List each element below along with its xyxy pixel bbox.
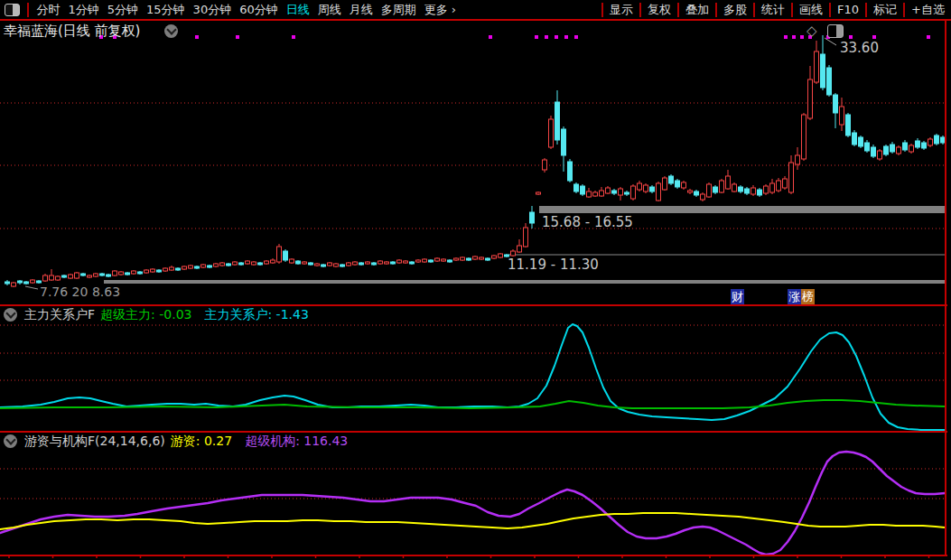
upper-range-label: 15.68 - 16.55: [542, 214, 633, 230]
menu-separator: [27, 3, 29, 17]
chart-canvas: [0, 0, 951, 560]
menu-item-15min[interactable]: 15分钟: [146, 2, 185, 18]
top-menubar: 分时 1分钟 5分钟 15分钟 30分钟 60分钟 日线 周线 月线 多周期 更…: [0, 0, 951, 21]
panel3-stat-hot-money: 游资: 0.27: [171, 434, 232, 450]
menu-item-add-watchlist[interactable]: +自选: [911, 2, 945, 18]
app-window: 分时 1分钟 5分钟 15分钟 30分钟 60分钟 日线 周线 月线 多周期 更…: [0, 0, 951, 560]
panel3-stat-super-institution: 超级机构: 116.43: [245, 434, 348, 450]
menu-item-f10[interactable]: F10: [837, 3, 859, 16]
menu-item-stats[interactable]: 统计: [761, 2, 785, 18]
tools-menu: 显示 复权 叠加 多股 统计 画线 F10 标记 +自选: [601, 0, 951, 19]
menu-item-overlay[interactable]: 叠加: [685, 2, 709, 18]
menu-item-multiperiod[interactable]: 多周期: [381, 2, 416, 18]
menu-item-fuquan[interactable]: 复权: [648, 2, 671, 18]
panel-toggle-icon[interactable]: [827, 24, 844, 38]
menu-item-30min[interactable]: 30分钟: [193, 2, 232, 18]
panel3-title: 游资与机构F(24,14,6,6): [24, 434, 165, 450]
title-dropdown-icon[interactable]: [164, 24, 178, 38]
panel2-collapse-icon[interactable]: [4, 308, 17, 322]
menu-item-more[interactable]: 更多 ›: [424, 2, 456, 18]
lower-range-label: 11.19 - 11.30: [508, 257, 599, 273]
peak-price-label: 33.60: [840, 40, 879, 56]
panel2-stat-super-main: 超级主力: -0.03: [100, 307, 191, 323]
menu-item-5min[interactable]: 5分钟: [107, 2, 138, 18]
panel2-header: 主力关系户F 超级主力: -0.03 主力关系户: -1.43: [4, 306, 322, 323]
menu-item-weekly[interactable]: 周线: [318, 2, 341, 18]
menu-item-1min[interactable]: 1分钟: [69, 2, 99, 18]
menu-item-drawline[interactable]: 画线: [799, 2, 823, 18]
bottom-left-price-label: 7.76 20 8.63: [40, 285, 120, 299]
menu-item-mark[interactable]: 标记: [873, 2, 897, 18]
chart-right-border: [945, 21, 946, 556]
panel3-collapse-icon[interactable]: [4, 434, 17, 448]
panel2-title: 主力关系户F: [24, 307, 95, 323]
panel2-stat-main-related: 主力关系户: -1.43: [204, 307, 308, 323]
menu-item-multistock[interactable]: 多股: [723, 2, 747, 18]
panel3-header: 游资与机构F(24,14,6,6) 游资: 0.27 超级机构: 116.43: [4, 433, 360, 450]
menu-item-monthly[interactable]: 月线: [350, 2, 373, 18]
stock-title: 幸福蓝海(日线 前复权): [4, 23, 140, 40]
menu-item-fenshi[interactable]: 分时: [37, 2, 61, 18]
bottom-axis-line: [0, 555, 947, 556]
period-menu: 分时 1分钟 5分钟 15分钟 30分钟 60分钟 日线 周线 月线 多周期 更…: [0, 0, 461, 19]
finance-button[interactable]: 财: [731, 289, 744, 304]
rank-button[interactable]: 涨榜: [788, 289, 815, 304]
window-layout-icon[interactable]: [5, 4, 20, 16]
menu-item-60min[interactable]: 60分钟: [239, 2, 278, 18]
diamond-icon[interactable]: ◇: [806, 24, 817, 38]
menu-item-daily[interactable]: 日线: [286, 2, 310, 18]
menu-item-display[interactable]: 显示: [610, 2, 633, 18]
